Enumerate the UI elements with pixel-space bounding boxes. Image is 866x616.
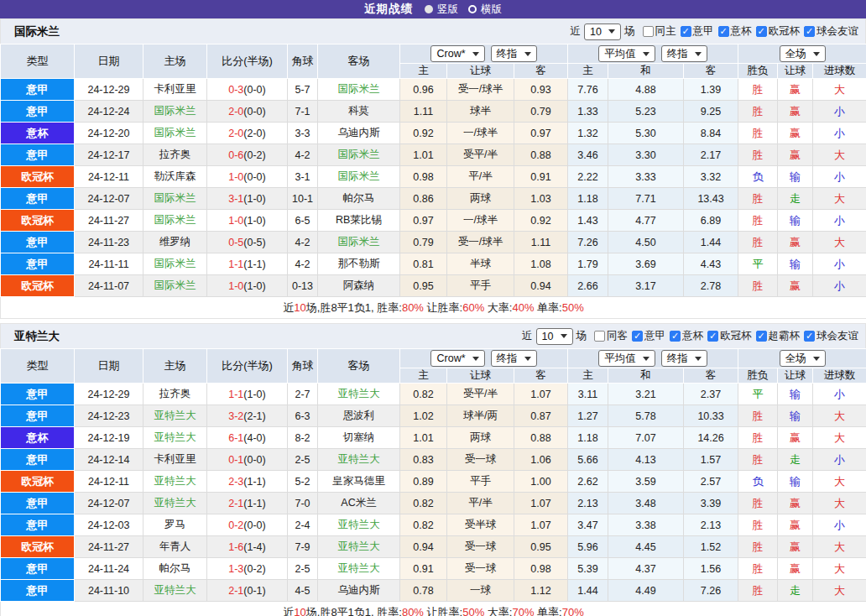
filter-checkbox[interactable]: ✓球会友谊 [804,24,858,39]
cell-avg-home: 1.32 [568,123,608,144]
checkbox-label: 球会友谊 [816,329,858,343]
filter-checkbox[interactable]: ✓欧冠杯 [756,24,801,39]
cell-competition: 欧冠杯 [1,166,75,188]
col-header-away: 客场 [318,349,400,384]
average-line-select[interactable]: 终指 [661,45,707,62]
match-row: 意甲24-12-17拉齐奥0-6(0-2)4-2国际米兰1.01受平/半0.88… [1,144,866,166]
cell-odds-home: 0.86 [400,188,447,210]
cell-avg-away: 2.57 [684,471,738,493]
cell-corners: 10-1 [288,188,318,210]
odds-line-select[interactable]: 终指 [491,45,537,62]
chevron-down-icon [472,52,479,56]
filter-checkbox[interactable]: 同主 [643,24,676,39]
average-select[interactable]: 平均值 [598,350,655,367]
cell-date: 24-11-24 [75,558,143,580]
cell-result-outcome: 胜 [738,558,778,580]
summary-segment: 70% [512,606,534,616]
cell-away-team: 恩波利 [318,405,400,427]
cell-result-goals: 大 [813,79,866,101]
cell-corners: 4-2 [288,144,318,166]
results-table: 类型 日期 主场 比分(半场) 角球 客场 Crow* 终指 平均值 终指 全场 [0,348,866,616]
cell-avg-home: 1.33 [568,101,608,123]
cell-avg-draw: 5.30 [608,123,684,144]
cell-score: 1-3(0-2) [207,558,288,580]
cell-odds-handicap: 一/球半 [447,123,514,144]
cell-avg-home: 3.47 [568,514,608,536]
sub-header-avg-draw: 和 [608,64,684,79]
cell-odds-home: 0.96 [400,79,447,101]
cell-date: 24-11-27 [75,210,143,232]
cell-result-goals: 小 [813,449,866,471]
average-select[interactable]: 平均值 [598,45,655,62]
bookmaker-select[interactable]: Crow* [430,350,484,367]
bookmaker-select[interactable]: Crow* [430,45,484,62]
cell-competition: 意甲 [1,79,75,101]
cell-corners: 8-2 [288,427,318,449]
filter-checkbox[interactable]: ✓意甲 [681,24,714,39]
cell-odds-home: 0.81 [400,253,447,275]
col-header-type: 类型 [1,44,75,79]
filter-checkbox[interactable]: ✓超霸杯 [756,329,801,343]
filter-checkbox[interactable]: ✓球会友谊 [804,329,858,343]
cell-odds-handicap: 两球 [447,188,514,210]
rounds-select[interactable]: 10 [536,328,573,345]
cell-competition: 意甲 [1,580,75,602]
cell-avg-away: 10.33 [684,405,738,427]
cell-away-team: 国际米兰 [318,79,400,101]
cell-date: 24-11-07 [75,275,143,297]
cell-avg-draw: 4.50 [608,232,684,253]
cell-away-team: 科莫 [318,101,400,123]
average-group-header: 平均值 终指 [568,44,738,64]
radio-label: 竖版 [437,3,458,17]
match-row: 意甲24-11-10亚特兰大2-1(0-1)4-5乌迪内斯0.78一球1.121… [1,580,866,602]
cell-corners: 5-2 [288,471,318,493]
cell-odds-handicap: 受一/球半 [447,232,514,253]
cell-odds-handicap: 两球 [447,427,514,449]
filter-checkbox[interactable]: ✓意杯 [670,329,703,343]
cell-odds-away: 1.00 [514,471,568,493]
checkbox-label: 球会友谊 [816,24,858,39]
cell-avg-draw: 4.13 [608,449,684,471]
average-line-select[interactable]: 终指 [661,350,707,367]
filter-checkbox[interactable]: ✓欧冠杯 [707,329,752,343]
odds-line-select[interactable]: 终指 [491,350,537,367]
cell-odds-home: 0.98 [400,166,447,188]
summary-segment: 60% [462,301,484,314]
filter-checkbox[interactable]: ✓意杯 [718,24,752,39]
summary-segment: 大率: [484,606,512,616]
cell-date: 24-12-14 [75,449,143,471]
scope-select[interactable]: 全场 [780,45,826,62]
filter-checkbox[interactable]: ✓意甲 [632,329,665,343]
cell-odds-away: 0.98 [514,558,568,580]
cell-odds-handicap: 平手 [447,471,514,493]
checkbox-label: 欧冠杯 [769,24,801,39]
cell-result-goals: 大 [813,471,866,493]
cell-result-outcome: 胜 [738,405,778,427]
cell-avg-home: 5.39 [568,558,608,580]
checkbox-label: 意甲 [644,329,665,343]
cell-competition: 欧冠杯 [1,210,75,232]
cell-avg-draw: 7.71 [608,188,684,210]
rounds-select[interactable]: 10 [584,23,621,40]
cell-odds-home: 1.02 [400,405,447,427]
cell-score: 2-3(1-1) [207,471,288,493]
cell-corners: 5-7 [288,79,318,101]
cell-odds-away: 1.07 [514,493,568,514]
filter-checkbox[interactable]: 同客 [594,329,628,343]
chevron-down-icon [524,357,531,361]
cell-home-team: 亚特兰大 [143,405,207,427]
cell-odds-handicap: 球半 [447,101,514,123]
cell-result-handicap: 赢 [778,275,813,297]
cell-result-outcome: 胜 [738,514,778,536]
match-row: 意杯24-12-19亚特兰大6-1(4-0)8-2切塞纳1.01两球0.881.… [1,427,866,449]
cell-result-outcome: 胜 [738,449,778,471]
cell-result-outcome: 胜 [738,123,778,144]
cell-avg-draw: 3.21 [608,384,684,405]
layout-radio-option[interactable]: 横版 [468,3,502,17]
cell-competition: 意甲 [1,493,75,514]
page-title: 近期战绩 [364,2,413,17]
scope-select[interactable]: 全场 [780,350,826,367]
summary-segment: 单率: [534,301,561,314]
layout-radio-option[interactable]: 竖版 [425,3,458,17]
checkbox-checked-icon: ✓ [707,331,718,342]
